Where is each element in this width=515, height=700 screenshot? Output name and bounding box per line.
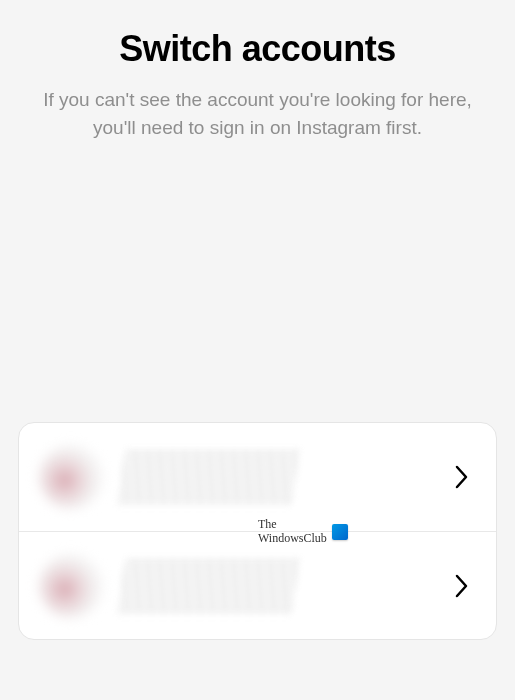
- watermark-line1: The: [258, 518, 327, 532]
- account-row-2[interactable]: [19, 531, 496, 639]
- watermark: The WindowsClub: [258, 518, 348, 546]
- chevron-right-icon: [446, 570, 478, 602]
- header: Switch accounts If you can't see the acc…: [0, 0, 515, 141]
- account-name-blurred: [117, 449, 300, 505]
- watermark-text: The WindowsClub: [258, 518, 327, 546]
- watermark-line2: WindowsClub: [258, 532, 327, 546]
- avatar: [39, 445, 103, 509]
- page-subtitle: If you can't see the account you're look…: [0, 86, 515, 141]
- account-row-1[interactable]: [19, 423, 496, 531]
- account-name-blurred: [117, 558, 300, 614]
- avatar: [39, 554, 103, 618]
- windows-icon: [332, 524, 348, 540]
- page-title: Switch accounts: [0, 28, 515, 70]
- chevron-right-icon: [446, 461, 478, 493]
